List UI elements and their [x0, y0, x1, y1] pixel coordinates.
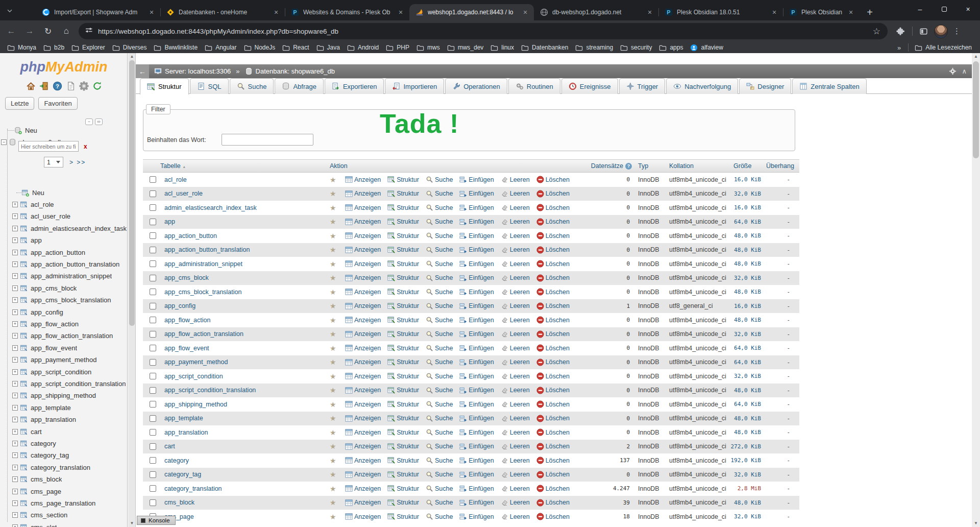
action-suche-link[interactable]: Suche — [426, 499, 453, 507]
bookmark-item[interactable]: React — [282, 44, 309, 52]
table-name-link[interactable]: category — [160, 457, 330, 464]
row-checkbox[interactable] — [150, 387, 156, 394]
action-leeren-link[interactable]: Leeren — [501, 204, 530, 211]
tab-close-icon[interactable]: × — [770, 8, 779, 17]
pma-tab-ereignisse[interactable]: Ereignisse — [561, 78, 618, 94]
action-leeren-link[interactable]: Leeren — [501, 358, 530, 366]
maximize-button[interactable] — [932, 0, 956, 18]
sidebar-table-app_config[interactable]: +app_config — [12, 306, 128, 318]
tree-new-table[interactable]: Neu — [9, 187, 128, 199]
row-checkbox[interactable] — [150, 415, 156, 422]
scroll-up-icon[interactable]: ▲ — [972, 53, 980, 60]
action-anzeigen-link[interactable]: Anzeigen — [345, 428, 381, 436]
scroll-up-icon[interactable]: ▲ — [128, 53, 136, 60]
action-loeschen-link[interactable]: Löschen — [536, 387, 570, 394]
bookmark-item[interactable]: Angular — [205, 44, 236, 52]
sidebar-table-category_translation[interactable]: +category_translation — [12, 462, 128, 473]
action-anzeigen-link[interactable]: Anzeigen — [345, 415, 381, 422]
table-name-link[interactable]: app_script_condition — [160, 373, 330, 380]
action-loeschen-link[interactable]: Löschen — [536, 204, 570, 211]
table-name-link[interactable]: cms_page — [160, 513, 330, 520]
all-bookmarks-button[interactable]: Alle Lesezeichen — [915, 44, 972, 52]
expand-plus-icon[interactable]: + — [12, 441, 18, 446]
action-suche-link[interactable]: Suche — [426, 387, 453, 394]
action-leeren-link[interactable]: Leeren — [501, 471, 530, 478]
action-anzeigen-link[interactable]: Anzeigen — [345, 513, 381, 520]
action-struktur-link[interactable]: Struktur — [387, 415, 419, 422]
tab-close-icon[interactable]: × — [645, 8, 654, 17]
action-einfuegen-link[interactable]: Einfügen — [459, 499, 494, 507]
expand-plus-icon[interactable]: + — [12, 489, 18, 494]
row-checkbox[interactable] — [150, 345, 156, 351]
sidebar-table-app[interactable]: +app — [12, 234, 128, 246]
row-checkbox[interactable] — [150, 457, 156, 464]
action-einfuegen-link[interactable]: Einfügen — [459, 218, 494, 226]
help-icon[interactable]: ? — [53, 81, 62, 91]
header-groesse[interactable]: Größe — [727, 162, 762, 170]
action-leeren-link[interactable]: Leeren — [501, 499, 530, 507]
action-struktur-link[interactable]: Struktur — [387, 316, 419, 324]
bookmark-item[interactable]: apps — [659, 44, 683, 52]
favorite-star-icon[interactable]: ★ — [330, 358, 342, 366]
pma-tab-exportieren[interactable]: Exportieren — [325, 78, 384, 94]
bookmark-item[interactable]: linux — [491, 44, 514, 52]
bookmark-item[interactable]: security — [620, 44, 652, 52]
header-tabelle[interactable]: Tabelle▴ — [160, 162, 330, 170]
action-struktur-link[interactable]: Struktur — [387, 400, 419, 408]
expand-plus-icon[interactable]: + — [12, 512, 18, 518]
action-suche-link[interactable]: Suche — [426, 330, 453, 338]
tab-close-icon[interactable]: × — [147, 8, 156, 17]
action-struktur-link[interactable]: Struktur — [387, 513, 419, 520]
address-bar[interactable]: https://webshop1.dogado.net:8443/phpMyAd… — [79, 23, 888, 39]
action-anzeigen-link[interactable]: Anzeigen — [345, 288, 381, 296]
action-struktur-link[interactable]: Struktur — [387, 443, 419, 450]
action-anzeigen-link[interactable]: Anzeigen — [345, 387, 381, 394]
browser-tab[interactable]: PPlesk Obsidian 18.0.51× — [658, 4, 783, 20]
favorite-star-icon[interactable]: ★ — [330, 513, 342, 521]
favorite-star-icon[interactable]: ★ — [330, 232, 342, 240]
sidebar-table-app_template[interactable]: +app_template — [12, 402, 128, 414]
action-struktur-link[interactable]: Struktur — [387, 190, 419, 198]
bookmark-item[interactable]: Java — [316, 44, 340, 52]
header-kollation[interactable]: Kollation — [660, 162, 727, 170]
action-leeren-link[interactable]: Leeren — [501, 344, 530, 352]
table-name-link[interactable]: app_shipping_method — [160, 401, 330, 408]
action-loeschen-link[interactable]: Löschen — [536, 288, 570, 296]
favorite-star-icon[interactable]: ★ — [330, 344, 342, 352]
sidebar-table-app_translation[interactable]: +app_translation — [12, 414, 128, 425]
tab-close-icon[interactable]: × — [396, 8, 405, 17]
browser-tab[interactable]: webshop1.dogado.net:8443 / lo× — [409, 4, 534, 20]
row-checkbox[interactable] — [150, 401, 156, 408]
action-loeschen-link[interactable]: Löschen — [536, 471, 570, 478]
tree-filter-input[interactable] — [18, 141, 79, 152]
action-loeschen-link[interactable]: Löschen — [536, 428, 570, 436]
action-loeschen-link[interactable]: Löschen — [536, 260, 570, 268]
action-struktur-link[interactable]: Struktur — [387, 485, 419, 492]
table-name-link[interactable]: app_template — [160, 415, 330, 422]
sidebar-table-app_flow_action[interactable]: +app_flow_action — [12, 318, 128, 330]
expand-plus-icon[interactable]: + — [12, 417, 18, 422]
expand-plus-icon[interactable]: + — [12, 321, 18, 327]
action-anzeigen-link[interactable]: Anzeigen — [345, 443, 381, 450]
row-checkbox[interactable] — [150, 219, 156, 225]
row-checkbox[interactable] — [150, 190, 156, 197]
browser-tab[interactable]: db-webshop1.dogado.net× — [534, 4, 658, 20]
action-loeschen-link[interactable]: Löschen — [536, 358, 570, 366]
action-struktur-link[interactable]: Struktur — [387, 218, 419, 226]
action-suche-link[interactable]: Suche — [426, 190, 453, 198]
row-checkbox[interactable] — [150, 499, 156, 506]
expand-plus-icon[interactable]: + — [12, 297, 18, 303]
expand-plus-icon[interactable]: + — [12, 405, 18, 411]
action-anzeigen-link[interactable]: Anzeigen — [345, 372, 381, 380]
header-typ[interactable]: Typ — [632, 162, 660, 170]
help-icon[interactable]: ? — [625, 163, 632, 170]
row-checkbox[interactable] — [150, 303, 156, 309]
action-struktur-link[interactable]: Struktur — [387, 232, 419, 239]
browser-tab[interactable]: Datenbanken - oneHome× — [160, 4, 285, 20]
action-loeschen-link[interactable]: Löschen — [536, 344, 570, 352]
favorite-star-icon[interactable]: ★ — [330, 189, 342, 198]
bookmark-item[interactable]: b2b — [43, 44, 64, 52]
pma-tab-operationen[interactable]: Operationen — [445, 78, 507, 94]
action-einfuegen-link[interactable]: Einfügen — [459, 246, 494, 254]
profile-avatar[interactable] — [934, 25, 948, 38]
